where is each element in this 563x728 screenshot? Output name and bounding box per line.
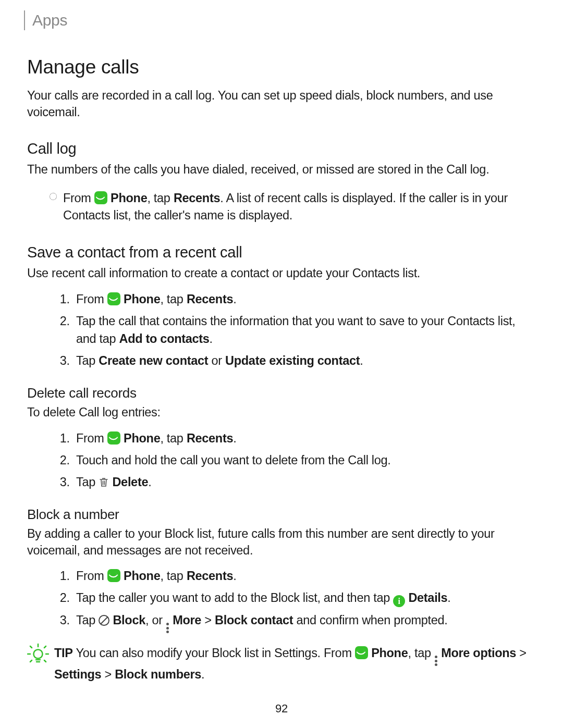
list-item: Tap Delete. bbox=[73, 473, 532, 491]
text-fragment: , tap bbox=[160, 431, 186, 445]
text-fragment: , or bbox=[145, 613, 166, 627]
list-item: Touch and hold the call you want to dele… bbox=[73, 451, 532, 469]
text-fragment: Tap bbox=[76, 613, 99, 627]
text-fragment: Tap the caller you want to add to the Bl… bbox=[76, 591, 393, 604]
more-label: More bbox=[173, 613, 201, 627]
phone-label: Phone bbox=[111, 191, 147, 205]
phone-label: Phone bbox=[371, 646, 408, 660]
heading-delete-records: Delete call records bbox=[27, 385, 532, 401]
intro-text: Your calls are recorded in a call log. Y… bbox=[27, 88, 532, 120]
delete-records-steps: From Phone, tap Recents. Touch and hold … bbox=[57, 429, 532, 491]
text-fragment: > bbox=[516, 646, 527, 660]
text-fragment: > bbox=[201, 613, 215, 627]
delete-records-text: To delete Call log entries: bbox=[27, 404, 532, 421]
phone-label: Phone bbox=[124, 431, 160, 445]
breadcrumb-divider bbox=[24, 10, 25, 30]
more-options-icon bbox=[166, 623, 169, 633]
text-fragment: > bbox=[101, 668, 115, 681]
text-fragment: , tap bbox=[160, 569, 186, 583]
delete-label: Delete bbox=[112, 475, 148, 489]
list-item: Tap the caller you want to add to the Bl… bbox=[73, 589, 532, 607]
list-item: From Phone, tap Recents. bbox=[73, 290, 532, 308]
save-contact-steps: From Phone, tap Recents. Tap the call th… bbox=[57, 290, 532, 369]
heading-call-log: Call log bbox=[27, 140, 532, 157]
heading-save-contact: Save a contact from a recent call bbox=[27, 244, 532, 261]
list-item: From Phone, tap Recents. bbox=[73, 429, 532, 447]
phone-label: Phone bbox=[124, 569, 160, 583]
text-fragment: From bbox=[76, 569, 107, 583]
recents-label: Recents bbox=[187, 292, 233, 306]
call-log-bullet: From Phone, tap Recents. A list of recen… bbox=[50, 190, 532, 224]
tip-content: TIP You can also modify your Block list … bbox=[54, 645, 532, 683]
text-fragment: . bbox=[233, 569, 236, 583]
list-item: Tap the call that contains the informati… bbox=[73, 312, 532, 348]
update-existing-contact-label: Update existing contact bbox=[225, 354, 360, 367]
more-options-icon bbox=[435, 656, 437, 666]
page-title: Manage calls bbox=[27, 56, 532, 78]
phone-icon bbox=[107, 569, 120, 582]
text-fragment: . bbox=[447, 591, 450, 604]
text-fragment: . bbox=[148, 475, 151, 489]
text-fragment: , tap bbox=[147, 191, 173, 205]
recents-label: Recents bbox=[187, 569, 233, 583]
create-new-contact-label: Create new contact bbox=[99, 354, 208, 367]
more-options-label: More options bbox=[441, 646, 516, 660]
heading-block-number: Block a number bbox=[27, 507, 532, 523]
info-icon: i bbox=[393, 595, 405, 607]
save-contact-text: Use recent call information to create a … bbox=[27, 265, 532, 282]
text-fragment: . bbox=[233, 431, 236, 445]
phone-icon bbox=[107, 292, 120, 305]
phone-label: Phone bbox=[124, 292, 160, 306]
tip-callout: TIP You can also modify your Block list … bbox=[27, 645, 532, 683]
block-number-steps: From Phone, tap Recents. Tap the caller … bbox=[57, 567, 532, 633]
text-fragment: . bbox=[360, 354, 363, 367]
phone-icon bbox=[94, 191, 107, 204]
svg-point-0 bbox=[34, 650, 43, 659]
block-label: Block bbox=[113, 613, 145, 627]
details-label: Details bbox=[408, 591, 447, 604]
text-fragment: Tap bbox=[76, 475, 99, 489]
bullet-content: From Phone, tap Recents. A list of recen… bbox=[63, 190, 532, 224]
text-fragment: , tap bbox=[408, 646, 434, 660]
recents-label: Recents bbox=[174, 191, 220, 205]
text-fragment: or bbox=[208, 354, 225, 367]
lightbulb-icon bbox=[27, 643, 49, 664]
settings-label: Settings bbox=[54, 668, 101, 681]
call-log-text: The numbers of the calls you have dialed… bbox=[27, 162, 532, 178]
block-number-text: By adding a caller to your Block list, f… bbox=[27, 526, 532, 559]
text-fragment: and confirm when prompted. bbox=[293, 613, 447, 627]
text-fragment: , tap bbox=[160, 292, 186, 306]
text-fragment: Tap bbox=[76, 354, 99, 367]
text-fragment: From bbox=[63, 191, 94, 205]
phone-icon bbox=[107, 431, 120, 445]
breadcrumb-label: Apps bbox=[32, 11, 67, 29]
text-fragment: . bbox=[233, 292, 236, 306]
text-fragment: . bbox=[210, 332, 213, 346]
list-item: Tap Create new contact or Update existin… bbox=[73, 352, 532, 369]
list-item: Tap Block, or More > Block contact and c… bbox=[73, 611, 532, 633]
text-fragment: You can also modify your Block list in S… bbox=[73, 646, 355, 660]
text-fragment: Touch and hold the call you want to dele… bbox=[76, 453, 391, 467]
text-fragment: From bbox=[76, 431, 107, 445]
trash-icon bbox=[99, 476, 109, 488]
bullet-marker-icon bbox=[50, 193, 57, 200]
add-to-contacts-label: Add to contacts bbox=[119, 332, 210, 346]
text-fragment: . bbox=[201, 668, 204, 681]
page-number: 92 bbox=[0, 702, 563, 715]
phone-icon bbox=[355, 646, 368, 659]
block-numbers-label: Block numbers bbox=[115, 668, 201, 681]
list-item: From Phone, tap Recents. bbox=[73, 567, 532, 585]
block-contact-label: Block contact bbox=[215, 613, 293, 627]
breadcrumb: Apps bbox=[24, 10, 532, 30]
recents-label: Recents bbox=[187, 431, 233, 445]
block-icon bbox=[99, 615, 109, 626]
tip-label: TIP bbox=[54, 646, 73, 660]
text-fragment: From bbox=[76, 292, 107, 306]
